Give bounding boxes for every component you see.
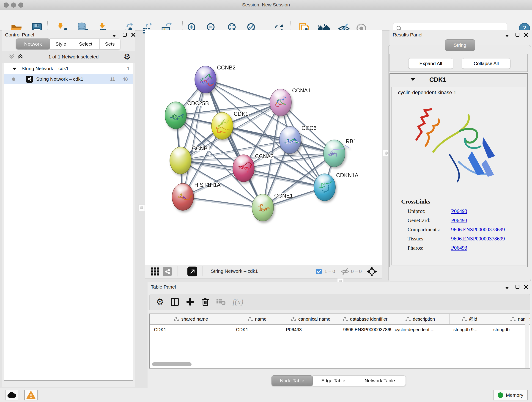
network-canvas[interactable]: CCNB2CCNA1CDC25BCDK1CDC6RB1CCNB1CCNA2CDK… [145, 30, 382, 265]
show-columns-icon[interactable] [170, 297, 179, 306]
memory-label: Memory [506, 392, 523, 398]
table-cell[interactable]: cyclin-dependent ... [391, 327, 449, 332]
crosslink-link[interactable]: 9606.ENSP00000378699 [451, 227, 505, 233]
section-expander-icon[interactable] [411, 78, 415, 82]
protein-section-header[interactable]: CDK1 [390, 74, 527, 86]
warning-status-button[interactable] [24, 390, 38, 400]
network-collection-row[interactable]: String Network – cdk1 1 [4, 63, 133, 74]
table-cell[interactable]: CDK1 [150, 327, 232, 332]
crosslink-link[interactable]: P06493 [451, 208, 467, 214]
cloud-status-button[interactable] [5, 390, 18, 400]
table-horizontal-scrollbar[interactable] [152, 362, 191, 366]
control-panel-title: Control Panel [5, 32, 34, 38]
crosslink-row: Compartments:9606.ENSP00000378699 [408, 227, 526, 233]
network-node-CDC25B[interactable] [165, 102, 186, 129]
network-badge-icon[interactable] [163, 267, 172, 276]
table-cell[interactable]: P06493 [282, 327, 339, 332]
warning-icon [26, 391, 36, 399]
crosslink-link[interactable]: P06493 [451, 245, 467, 251]
column-header-canonical-name[interactable]: canonical name [282, 314, 339, 324]
tab-node-table[interactable]: Node Table [272, 375, 313, 386]
column-header-name[interactable]: name [232, 314, 282, 324]
tab-string[interactable]: String [445, 39, 475, 51]
table-cell[interactable]: CDK1 [232, 327, 282, 332]
tab-style[interactable]: Style [50, 38, 72, 50]
memory-button[interactable]: Memory [493, 390, 528, 400]
network-node-CCNE1[interactable] [252, 194, 273, 221]
results-panel: Results Panel Expand All Collapse All CD… [389, 30, 532, 282]
network-node-HIST1H1A[interactable] [172, 183, 194, 211]
column-header-description[interactable]: description [391, 314, 449, 324]
edge-count: 48 [123, 76, 128, 82]
protein-details: cyclin-dependent kinase 1 [391, 87, 526, 265]
hidden-eye-icon [341, 268, 349, 276]
network-node-CDC6[interactable] [279, 127, 301, 153]
table-panel-close-icon[interactable] [524, 285, 528, 290]
delete-table-icon [216, 298, 226, 306]
column-header-database-identifier[interactable]: database identifier [339, 314, 391, 324]
delete-column-icon[interactable] [201, 297, 210, 306]
column-header-shared-name[interactable]: shared name [150, 314, 232, 324]
network-collection-label: String Network – cdk1 [22, 66, 69, 71]
network-node-CCNA2[interactable] [233, 155, 254, 182]
left-splitter-handle[interactable] [138, 204, 145, 211]
control-panel-close-icon[interactable] [131, 32, 136, 38]
selected-checkbox-icon[interactable] [316, 268, 322, 275]
network-node-CCNA1[interactable] [270, 89, 291, 116]
tab-sets[interactable]: Sets [100, 38, 120, 50]
results-panel-float-icon[interactable] [515, 33, 519, 38]
toolbar-separator [203, 266, 203, 276]
results-panel-title: Results Panel [393, 32, 423, 38]
control-panel: Control Panel NetworkStyleSelectSets 1 o… [2, 30, 135, 387]
network-node-RB1[interactable] [323, 140, 349, 167]
column-header-namespace[interactable]: namespace [489, 314, 530, 324]
network-graph[interactable]: CCNB2CCNA1CDC25BCDK1CDC6RB1CCNB1CCNA2CDK… [145, 30, 382, 264]
tab-edge-table[interactable]: Edge Table [313, 375, 354, 386]
collapse-all-chevron-icon[interactable] [9, 53, 15, 61]
table-cell[interactable]: stringdb [489, 327, 530, 332]
birds-eye-crosshair-icon[interactable] [367, 266, 377, 278]
network-row[interactable]: String Network – cdk1 11 48 [4, 74, 133, 84]
sitemap-icon [405, 317, 411, 322]
network-node-CCNB2[interactable] [195, 66, 216, 93]
network-node-CDKN1A[interactable] [314, 174, 336, 201]
grid-view-icon[interactable] [151, 267, 159, 277]
column-header--id[interactable]: @id [449, 314, 489, 324]
control-panel-float-icon[interactable] [123, 33, 127, 38]
network-node-CDK1[interactable] [211, 112, 233, 139]
table-panel-menu-icon[interactable] [505, 286, 509, 290]
crosslink-label: Compartments: [408, 227, 451, 233]
sitemap-icon [510, 317, 516, 322]
expand-all-button[interactable]: Expand All [408, 58, 453, 69]
node-table[interactable]: shared namenamecanonical namedatabase id… [149, 313, 530, 369]
tab-network-table[interactable]: Network Table [354, 375, 406, 386]
tree-expander-icon[interactable] [12, 66, 17, 71]
table-cell[interactable]: stringdb:9... [449, 327, 489, 332]
table-panel: Table Panel ⚙ f(x) shared namenamecanoni… [147, 282, 532, 388]
create-column-icon[interactable] [186, 298, 195, 306]
collection-count: 1 [127, 66, 130, 71]
tab-network[interactable]: Network [16, 38, 50, 50]
expand-all-chevron-icon[interactable] [17, 53, 23, 61]
network-selection-status: 1 of 1 Network selected [23, 54, 124, 60]
table-row[interactable]: CDK1CDK1P064939606.ENSP00000378699cyclin… [150, 325, 530, 335]
network-options-gear-icon[interactable]: ⚙ [124, 53, 131, 61]
table-header-row: shared namenamecanonical namedatabase id… [150, 314, 530, 325]
results-panel-close-icon[interactable] [524, 32, 528, 38]
network-node-CCNB1[interactable] [170, 147, 191, 174]
table-options-gear-icon[interactable]: ⚙ [156, 298, 164, 306]
node-label-CDK1: CDK1 [234, 111, 248, 117]
network-view-title: String Network – cdk1 [211, 268, 258, 274]
table-panel-float-icon[interactable] [515, 285, 519, 290]
results-panel-menu-icon[interactable] [505, 34, 509, 38]
node-label-CCNA1: CCNA1 [292, 87, 311, 94]
control-panel-menu-icon[interactable] [112, 34, 116, 38]
table-vertical-scrollbar[interactable] [525, 314, 529, 368]
tab-select[interactable]: Select [72, 38, 100, 50]
collapse-all-button[interactable]: Collapse All [462, 58, 510, 69]
open-view-in-window-icon[interactable] [187, 267, 197, 276]
crosslink-link[interactable]: P06493 [451, 217, 467, 223]
table-cell[interactable]: 9606.ENSP00000378699 [339, 327, 391, 332]
toolbar-separator [338, 266, 338, 276]
crosslink-link[interactable]: 9606.ENSP00000378699 [451, 236, 505, 242]
